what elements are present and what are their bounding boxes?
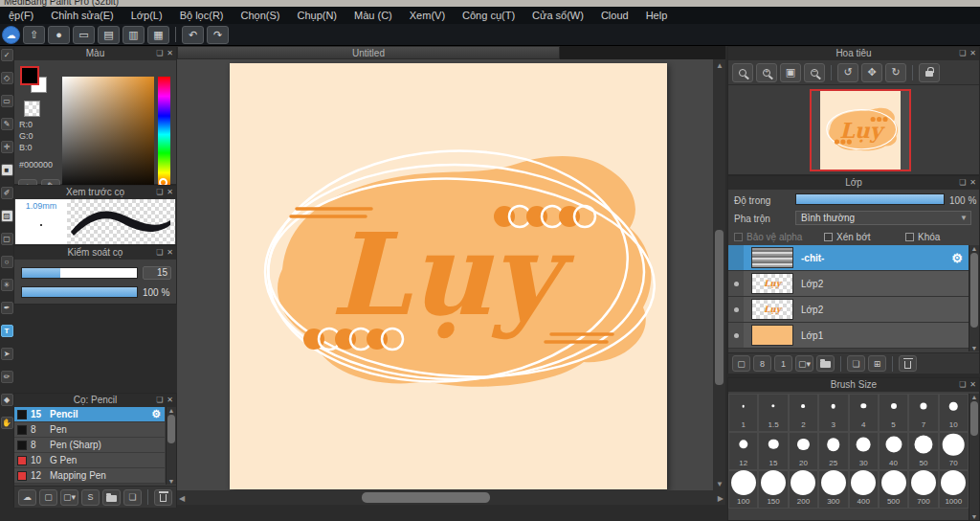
layers-header[interactable]: Lớp ❏✕: [728, 176, 979, 190]
brush-size-header[interactable]: Brush Size ❏✕: [728, 378, 979, 392]
close-icon[interactable]: ✕: [167, 246, 173, 260]
undo-button[interactable]: ↶: [182, 26, 204, 44]
brush-size-option[interactable]: 100: [728, 470, 758, 509]
pen-tool[interactable]: ✎: [1, 118, 13, 130]
zoom-out-button[interactable]: −: [804, 63, 825, 82]
brush-size-option[interactable]: 1.5: [758, 394, 788, 432]
layer-opacity-slider[interactable]: [795, 193, 945, 205]
move-tool[interactable]: ✛: [1, 141, 13, 153]
zoom-reset-button[interactable]: [732, 63, 753, 82]
popout-icon[interactable]: ❏: [959, 47, 966, 60]
eraser-tool[interactable]: ▭: [1, 95, 13, 107]
popout-icon[interactable]: ❏: [156, 246, 163, 260]
blend-mode-select[interactable]: Bình thường ▼: [795, 211, 971, 225]
menu-item[interactable]: Lớp(L): [122, 10, 171, 21]
scrollbar-thumb[interactable]: [362, 492, 490, 503]
shape-brush-tool[interactable]: ◇: [1, 72, 13, 84]
script-brush-button[interactable]: S: [81, 489, 100, 506]
brush-list-item[interactable]: 12Mapping Pen: [14, 468, 165, 484]
hand-tool[interactable]: ✋: [1, 417, 13, 429]
zoom-in-button[interactable]: +: [756, 63, 777, 82]
brush-size-option[interactable]: 2: [789, 394, 818, 432]
layer-row[interactable]: LụyLớp2: [728, 271, 969, 297]
lasso-tool[interactable]: ○: [1, 256, 13, 268]
duplicate-layer-button[interactable]: ❏: [847, 355, 865, 372]
brush-size-option[interactable]: 30: [849, 432, 879, 470]
menu-item[interactable]: Cloud: [592, 10, 637, 21]
scrollbar-thumb[interactable]: [970, 253, 978, 328]
menu-item[interactable]: Chỉnh sửa(E): [42, 10, 122, 21]
close-icon[interactable]: ✕: [167, 186, 173, 199]
brush-size-option[interactable]: 1: [728, 394, 758, 432]
saturation-value-picker[interactable]: [62, 77, 154, 193]
brush-list-item[interactable]: 10G Pen: [14, 453, 165, 468]
layer-folder-button[interactable]: [816, 355, 835, 372]
close-icon[interactable]: ✕: [969, 176, 976, 190]
brush-size-scrollbar[interactable]: ▲ ▼: [969, 394, 979, 520]
redo-button[interactable]: ↷: [207, 26, 229, 44]
brush-list-item[interactable]: 15Pencil⚙: [14, 407, 165, 422]
scroll-down-icon[interactable]: ▼: [971, 345, 978, 351]
scroll-down-icon[interactable]: ▼: [168, 478, 175, 485]
upload-brush-button[interactable]: ☁: [18, 489, 36, 506]
brush-size-option[interactable]: 200: [789, 470, 818, 509]
close-icon[interactable]: ✕: [167, 394, 173, 407]
layer-checkbox-khóa[interactable]: Khóa: [905, 232, 940, 242]
popout-icon[interactable]: ❏: [959, 378, 966, 392]
brush-size-option[interactable]: 7: [908, 394, 938, 432]
menu-item[interactable]: Cửa sổ(W): [523, 10, 592, 21]
brush-size-option[interactable]: 3: [818, 394, 848, 432]
menu-item[interactable]: Xem(V): [401, 10, 454, 21]
eyedropper-tool[interactable]: ◆: [1, 394, 13, 406]
brush-folder-button[interactable]: [102, 489, 121, 506]
brush-size-option[interactable]: 150: [758, 470, 788, 509]
gear-icon[interactable]: ⚙: [951, 251, 963, 265]
fill-tool[interactable]: ■: [1, 164, 13, 176]
brush-size-option[interactable]: 10: [939, 394, 969, 432]
checkbox-icon[interactable]: [905, 233, 914, 241]
rotate-cw-button[interactable]: ↻: [885, 63, 906, 82]
gradient-tool[interactable]: ▨: [1, 210, 13, 222]
reset-view-button[interactable]: ✥: [861, 63, 882, 82]
grid-view-button[interactable]: ▦: [147, 26, 169, 44]
scrollbar-thumb[interactable]: [715, 230, 724, 385]
scrollbar-thumb[interactable]: [167, 415, 175, 443]
brush-tool[interactable]: ✓: [1, 49, 13, 61]
brush-control-header[interactable]: Kiểm soát cọ ❏✕: [14, 246, 176, 260]
text-tool[interactable]: T: [1, 325, 13, 337]
select-rect-tool[interactable]: ▢: [1, 233, 13, 245]
brush-size-option[interactable]: 4: [849, 394, 879, 432]
scroll-down-icon[interactable]: ▼: [716, 480, 724, 488]
brush-size-option[interactable]: 400: [849, 470, 879, 509]
brush-size-option[interactable]: 20: [789, 432, 818, 470]
layer-row[interactable]: LụyLớp2: [728, 297, 969, 323]
brush-size-option[interactable]: 700: [908, 470, 938, 509]
canvas-viewport[interactable]: Lụy: [177, 59, 713, 490]
add-8bit-layer-button[interactable]: 8: [753, 355, 771, 372]
menu-item[interactable]: Màu (C): [345, 10, 401, 21]
delete-layer-button[interactable]: [899, 355, 917, 372]
comment-box-button[interactable]: ▭: [73, 26, 95, 44]
add-1bit-layer-button[interactable]: 1: [774, 355, 792, 372]
canvas-horizontal-scrollbar[interactable]: ◀ ▶: [177, 490, 725, 505]
add-layer-button[interactable]: ▢: [732, 355, 750, 372]
lock-view-button[interactable]: [919, 63, 940, 82]
scroll-up-icon[interactable]: ▲: [971, 394, 978, 400]
dot-pen-tool[interactable]: ✐: [1, 187, 13, 199]
comment-bubble-button[interactable]: ●: [48, 26, 70, 44]
scroll-up-icon[interactable]: ▲: [168, 407, 175, 414]
scroll-up-icon[interactable]: ▲: [716, 61, 724, 70]
popout-icon[interactable]: ❏: [156, 47, 163, 60]
navigator-view-rect[interactable]: Lụy: [810, 89, 911, 171]
layer-checkbox-xén-bớt[interactable]: Xén bớt: [824, 232, 870, 242]
popout-icon[interactable]: ❏: [959, 176, 966, 190]
menu-item[interactable]: Chụp(N): [288, 10, 345, 21]
menu-item[interactable]: Chọn(S): [232, 10, 288, 21]
layer-visibility-toggle[interactable]: [728, 245, 744, 270]
merge-layer-button[interactable]: ⊞: [868, 355, 886, 372]
add-layer-menu-button[interactable]: ▢▾: [795, 355, 813, 372]
brush-list-item[interactable]: 8Pen (Sharp): [14, 438, 165, 453]
layer-list-scrollbar[interactable]: ▲ ▼: [969, 245, 979, 351]
menu-item[interactable]: Help: [637, 10, 677, 21]
color-panel-header[interactable]: Màu ❏✕: [14, 47, 176, 60]
